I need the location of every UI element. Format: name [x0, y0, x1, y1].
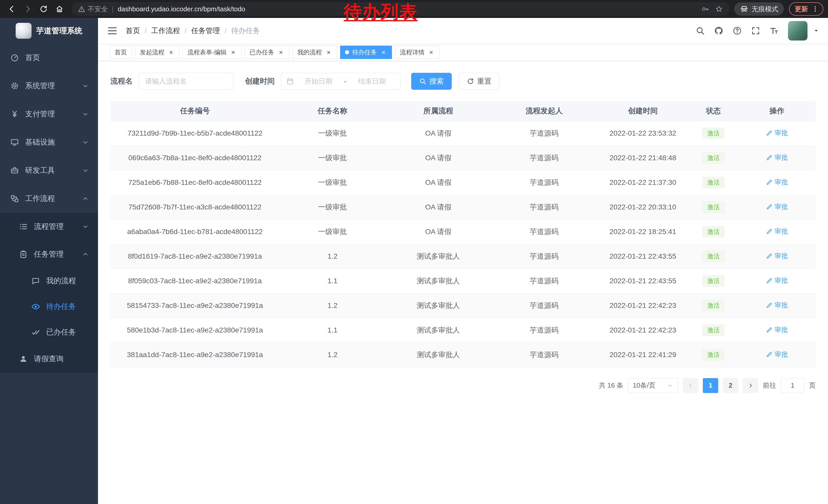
forward-button[interactable] — [20, 2, 35, 16]
prev-page-button[interactable] — [683, 378, 698, 393]
help-icon[interactable] — [733, 26, 742, 35]
forward-icon — [24, 5, 32, 13]
sidebar-item-infrastructure[interactable]: 基础设施 — [0, 128, 98, 156]
approve-link[interactable]: 审批 — [766, 325, 788, 334]
edit-icon — [766, 228, 773, 235]
menu-dots-icon[interactable] — [812, 5, 819, 12]
created-cell: 2022-01-21 22:43:55 — [597, 244, 689, 269]
approve-link[interactable]: 审批 — [766, 301, 788, 310]
sidebar-item-label: 已办任务 — [46, 327, 76, 337]
close-icon[interactable]: × — [427, 49, 435, 56]
tab-label: 流程详情 — [400, 48, 424, 56]
sidebar-item-payment[interactable]: 支付管理 — [0, 100, 98, 128]
page-button-1[interactable]: 1 — [703, 378, 718, 393]
approve-link[interactable]: 审批 — [766, 276, 788, 285]
task-name-cell: 一级审批 — [280, 170, 385, 195]
sidebar-item-leave-query[interactable]: 请假查询 — [0, 345, 98, 373]
github-icon[interactable] — [714, 26, 723, 35]
back-button[interactable] — [5, 2, 19, 16]
approve-link[interactable]: 审批 — [766, 227, 788, 236]
close-icon[interactable]: × — [325, 49, 332, 56]
approve-link[interactable]: 审批 — [766, 178, 788, 187]
task-id-cell: a6aba0a4-7b6d-11ec-b781-acde48001122 — [110, 220, 280, 244]
breadcrumb-item[interactable]: 首页 — [126, 26, 140, 36]
font-size-icon[interactable] — [770, 26, 779, 35]
user-icon — [19, 355, 28, 363]
process-cell: 测试多审批人 — [385, 269, 492, 293]
close-icon[interactable]: × — [230, 49, 237, 56]
tab-process-detail[interactable]: 流程详情× — [395, 46, 440, 59]
approve-link[interactable]: 审批 — [766, 129, 788, 137]
search-button[interactable]: 搜索 — [411, 73, 452, 90]
process-cell: 测试多审批人 — [385, 342, 492, 367]
process-name-input[interactable] — [139, 73, 233, 90]
reset-button[interactable]: 重置 — [459, 73, 499, 90]
search-icon — [419, 78, 426, 85]
yen-icon — [10, 110, 19, 119]
url-text: dashboard.yudao.iocoder.cn/bpm/task/todo — [118, 5, 245, 13]
sidebar-item-workflow[interactable]: 工作流程 — [0, 185, 98, 213]
page-button-2[interactable]: 2 — [723, 378, 738, 393]
sidebar-item-home[interactable]: 首页 — [0, 44, 98, 72]
approve-link[interactable]: 审批 — [766, 202, 788, 211]
sidebar-item-todo-task[interactable]: 待办任务 — [0, 294, 98, 319]
approve-link[interactable]: 审批 — [766, 251, 788, 261]
bookmark-star-icon[interactable] — [715, 5, 723, 13]
sidebar-item-devtools[interactable]: 研发工具 — [0, 156, 98, 185]
tab-label: 我的流程 — [297, 48, 322, 56]
chevron-down-icon — [82, 223, 89, 230]
sidebar-item-my-process[interactable]: 我的流程 — [0, 268, 98, 294]
approve-label: 审批 — [775, 350, 788, 359]
approve-link[interactable]: 审批 — [766, 153, 788, 162]
home-button[interactable] — [52, 2, 67, 16]
goto-page-input[interactable] — [781, 378, 804, 393]
status-cell: 激活 — [689, 170, 738, 195]
approve-link[interactable]: 审批 — [766, 350, 788, 359]
sidebar-item-label: 支付管理 — [25, 109, 55, 119]
created-cell: 2022-01-22 21:48:48 — [597, 146, 689, 170]
sidebar-item-process-mgmt[interactable]: 流程管理 — [0, 213, 98, 240]
password-key-icon[interactable] — [701, 5, 709, 13]
initiator-cell: 芋道源码 — [491, 121, 597, 146]
tab-done-task[interactable]: 已办任务× — [245, 46, 289, 59]
sidebar-item-done-task[interactable]: 已办任务 — [0, 319, 98, 345]
breadcrumb-item[interactable]: 工作流程 — [151, 26, 180, 36]
page-size-select[interactable]: 10条/页 — [628, 378, 678, 393]
table-row: a6aba0a4-7b6d-11ec-b781-acde48001122一级审批… — [110, 220, 816, 244]
chevron-down-icon — [82, 83, 89, 89]
address-bar[interactable]: 不安全 | dashboard.yudao.iocoder.cn/bpm/tas… — [71, 2, 730, 16]
sidebar-item-system[interactable]: 系统管理 — [0, 72, 98, 100]
table-row: 725a1eb6-7b88-11ec-8ef0-acde48001122一级审批… — [110, 170, 816, 195]
tab-start-process[interactable]: 发起流程× — [135, 46, 179, 59]
task-id-cell: 58154733-7ac8-11ec-a9e2-a2380e71991a — [110, 293, 280, 318]
sidebar-item-label: 工作流程 — [25, 193, 55, 204]
task-id-cell: 73211d9d-7b9b-11ec-b5b7-acde48001122 — [110, 121, 280, 146]
start-date-placeholder: 开始日期 — [295, 77, 342, 86]
app-logo-row[interactable]: 芋道管理系统 — [0, 18, 98, 44]
header-search-icon[interactable] — [696, 26, 705, 35]
refresh-button[interactable] — [36, 2, 51, 16]
date-range-picker[interactable]: 开始日期 - 结束日期 — [281, 73, 401, 90]
page-unit-label: 页 — [809, 381, 816, 390]
action-cell: 审批 — [738, 195, 816, 220]
sidebar-item-task-mgmt[interactable]: 任务管理 — [0, 240, 98, 268]
tab-my-process[interactable]: 我的流程× — [292, 46, 337, 59]
avatar[interactable] — [788, 21, 808, 41]
close-icon[interactable]: × — [167, 49, 175, 56]
tab-todo-task[interactable]: 待办任务× — [340, 46, 392, 59]
hamburger-icon[interactable] — [107, 26, 118, 36]
table-row: 381aa1dd-7ac8-11ec-a9e2-a2380e71991a1.2测… — [110, 342, 816, 367]
status-cell: 激活 — [689, 121, 738, 146]
sidebar-item-label: 系统管理 — [25, 81, 55, 91]
close-icon[interactable]: × — [277, 49, 285, 56]
next-page-button[interactable] — [743, 378, 758, 393]
tab-home[interactable]: 首页 — [110, 46, 132, 59]
avatar-caret-icon[interactable] — [813, 28, 819, 34]
tab-form-edit[interactable]: 流程表单-编辑× — [182, 46, 242, 59]
close-icon[interactable]: × — [380, 49, 387, 56]
status-cell: 激活 — [689, 342, 738, 367]
security-indicator[interactable]: 不安全 — [78, 5, 108, 13]
breadcrumb-item[interactable]: 任务管理 — [191, 26, 220, 36]
fullscreen-icon[interactable] — [751, 26, 760, 35]
update-button[interactable]: 更新 — [789, 2, 823, 16]
